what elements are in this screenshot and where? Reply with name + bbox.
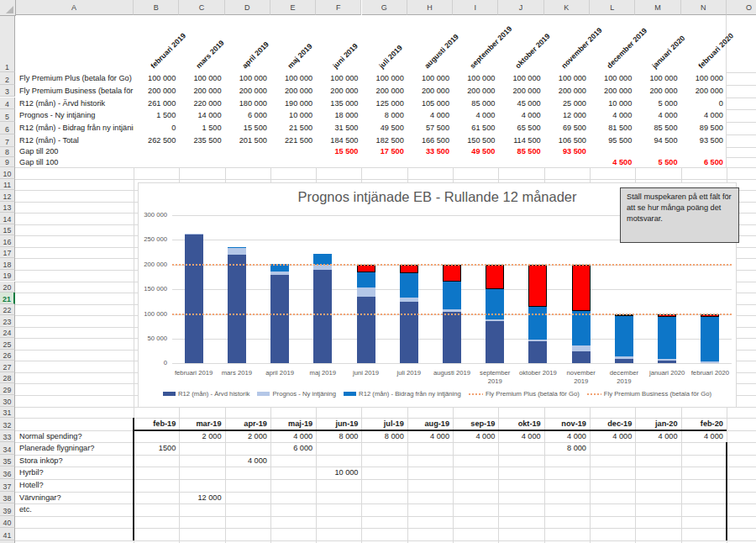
cell[interactable]: 184 500 — [316, 134, 361, 147]
cell[interactable]: 25 000 — [544, 98, 590, 110]
cell[interactable]: 33 500 — [407, 147, 453, 157]
cell[interactable]: 4 000 — [544, 430, 590, 443]
bar-segment[interactable] — [443, 265, 461, 282]
bar-segment[interactable] — [658, 317, 676, 359]
bar-segment[interactable] — [528, 341, 547, 363]
month-column-header[interactable]: sep-19 — [453, 418, 498, 430]
col-header-A[interactable]: A — [15, 0, 134, 15]
cell[interactable]: 6 500 — [681, 157, 727, 167]
cell[interactable]: 8 000 — [362, 430, 407, 443]
cell[interactable]: 17 500 — [362, 147, 407, 157]
row-header-8[interactable]: 8 — [0, 147, 15, 157]
cell[interactable]: 1500 — [134, 442, 179, 455]
cell[interactable]: 190 000 — [270, 98, 316, 110]
row-header-18[interactable]: 18 — [0, 258, 15, 270]
bar-segment[interactable] — [528, 265, 547, 307]
cell[interactable]: 200 000 — [225, 85, 270, 98]
bar-segment[interactable] — [486, 289, 504, 319]
cell[interactable]: 5 500 — [635, 157, 680, 167]
col-header-L[interactable]: L — [590, 0, 635, 15]
cell[interactable]: 100 000 — [407, 72, 453, 85]
bar-segment[interactable] — [228, 255, 246, 363]
cell[interactable]: 200 000 — [362, 85, 407, 98]
row-header-39[interactable]: 39 — [0, 503, 15, 516]
cell[interactable]: 200 000 — [134, 85, 179, 98]
cell[interactable]: 85 000 — [453, 98, 498, 110]
cell[interactable]: 65 500 — [498, 122, 543, 134]
bar-segment[interactable] — [228, 247, 246, 248]
cell[interactable]: 180 000 — [225, 98, 270, 110]
row-header-4[interactable]: 4 — [0, 98, 15, 110]
row-header-34[interactable]: 34 — [0, 442, 15, 455]
bar-segment[interactable] — [228, 248, 246, 255]
row-header-7[interactable]: 7 — [0, 134, 15, 147]
month-column-header[interactable]: feb-20 — [681, 418, 727, 430]
row-label-cell[interactable]: R12 (mån) - Bidrag från ny intjäning — [17, 122, 134, 134]
cell[interactable]: 2 000 — [179, 430, 224, 443]
cell[interactable]: 4 000 — [681, 430, 727, 443]
cell[interactable]: 85 500 — [498, 147, 543, 157]
cell[interactable]: 166 500 — [407, 134, 453, 147]
month-column-header[interactable]: nov-19 — [544, 418, 590, 430]
cell[interactable]: 31 500 — [316, 122, 361, 134]
row-header-13[interactable]: 13 — [0, 202, 15, 214]
bar-segment[interactable] — [185, 235, 203, 363]
col-header-G[interactable]: G — [362, 0, 407, 15]
row-header-9[interactable]: 9 — [0, 157, 15, 167]
bar-segment[interactable] — [658, 361, 676, 363]
cell[interactable]: 200 000 — [681, 85, 727, 98]
cell[interactable]: 4 500 — [590, 157, 635, 167]
bar-segment[interactable] — [658, 359, 676, 361]
cell[interactable]: 100 000 — [453, 72, 498, 85]
bar-segment[interactable] — [572, 351, 591, 364]
cell[interactable]: 4 000 — [635, 109, 680, 122]
bar-segment[interactable] — [185, 234, 203, 235]
row-header-24[interactable]: 24 — [0, 327, 15, 339]
bar-segment[interactable] — [313, 270, 332, 364]
bar-segment[interactable] — [400, 265, 418, 273]
row-label-cell[interactable]: Prognos - Ny intjäning — [17, 109, 134, 122]
bar-segment[interactable] — [572, 265, 591, 311]
row-header-35[interactable]: 35 — [0, 455, 15, 467]
row-header-40[interactable]: 40 — [0, 516, 15, 529]
bar-segment[interactable] — [270, 275, 289, 364]
row-header-2[interactable]: 2 — [0, 72, 15, 85]
cell[interactable]: 200 000 — [407, 85, 453, 98]
col-header-F[interactable]: F — [316, 0, 361, 15]
cell[interactable]: 12 000 — [179, 492, 224, 504]
cell[interactable]: 94 500 — [635, 134, 680, 147]
cell[interactable]: 81 500 — [590, 122, 635, 134]
cell[interactable]: 12 000 — [544, 109, 590, 122]
col-header-K[interactable]: K — [544, 0, 590, 15]
cell[interactable]: 6 000 — [225, 109, 270, 122]
cell[interactable]: 5 000 — [635, 98, 680, 110]
cell[interactable]: 262 500 — [134, 134, 179, 147]
bar-segment[interactable] — [443, 312, 461, 364]
cell[interactable]: 4 000 — [453, 109, 498, 122]
col-header-I[interactable]: I — [453, 0, 498, 15]
cell[interactable]: 4 000 — [635, 430, 680, 443]
row-header-38[interactable]: 38 — [0, 492, 15, 504]
row-header-23[interactable]: 23 — [0, 315, 15, 327]
bar-segment[interactable] — [701, 317, 719, 361]
cell[interactable]: 8 000 — [362, 109, 407, 122]
cell[interactable]: 93 500 — [544, 147, 590, 157]
row-header-27[interactable]: 27 — [0, 361, 15, 372]
row-header-3[interactable]: 3 — [0, 85, 15, 98]
row-header-6[interactable]: 6 — [0, 122, 15, 134]
cell[interactable]: 4 000 — [681, 109, 727, 122]
cell[interactable]: 8 000 — [316, 430, 361, 443]
row-header-20[interactable]: 20 — [0, 282, 15, 293]
cell[interactable]: 100 000 — [270, 72, 316, 85]
month-column-header[interactable]: mar-19 — [179, 418, 224, 430]
cell[interactable]: 2 000 — [225, 430, 270, 443]
row-label-cell[interactable]: Värvningar? — [17, 492, 134, 504]
row-header-32[interactable]: 32 — [0, 418, 15, 430]
row-label-cell[interactable]: Gap till 200 — [17, 147, 134, 157]
cell[interactable]: 100 000 — [681, 72, 727, 85]
bar-segment[interactable] — [443, 282, 461, 310]
month-column-header[interactable]: jan-20 — [635, 418, 680, 430]
bar-segment[interactable] — [486, 321, 504, 363]
bar-segment[interactable] — [528, 307, 547, 340]
cell[interactable]: 4 000 — [407, 430, 453, 443]
